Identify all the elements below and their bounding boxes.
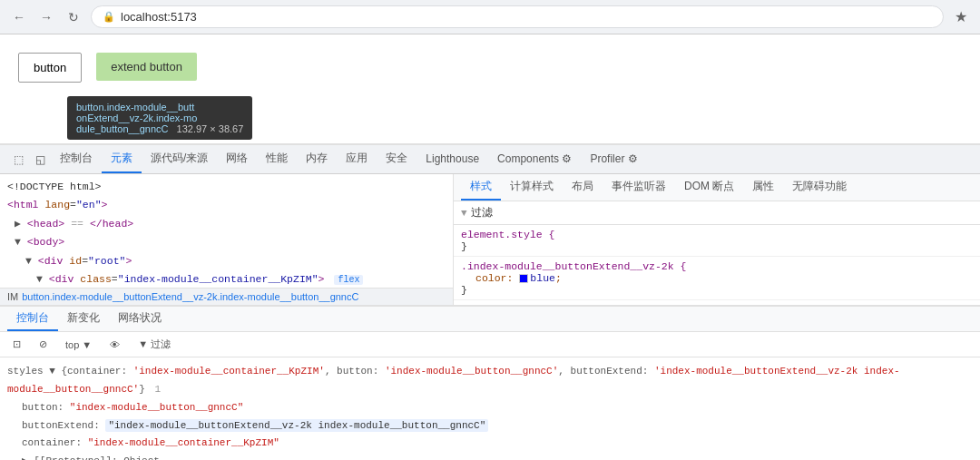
element-tooltip: button.index-module__buttonExtend__vz-2k… bbox=[67, 96, 252, 140]
browser-toolbar: ← → ↻ 🔒 localhost:5173 ★ bbox=[0, 0, 980, 34]
tab-network[interactable]: 网络 bbox=[217, 145, 257, 173]
console-area: 控制台 新变化 网络状况 ⊡ ⊘ top ▼ 👁 ▼ 过滤 styles ▼ {… bbox=[0, 305, 980, 460]
back-button[interactable]: ← bbox=[9, 7, 29, 27]
dom-panel: <!DOCTYPE html> <html lang="en"> ▶ <head… bbox=[0, 174, 454, 288]
console-toolbar: ⊡ ⊘ top ▼ 👁 ▼ 过滤 bbox=[0, 332, 980, 357]
filter-bar: ▼ 过滤 bbox=[454, 201, 980, 225]
color-swatch-blue bbox=[519, 274, 528, 283]
block-button[interactable]: ⊘ bbox=[34, 337, 53, 352]
tab-styles[interactable]: 样式 bbox=[461, 174, 501, 201]
dom-line: ▼ <div class="index-module__container__K… bbox=[0, 270, 453, 288]
bookmark-button[interactable]: ★ bbox=[951, 7, 971, 27]
style-close-extend: } bbox=[461, 284, 973, 296]
dom-line: <!DOCTYPE html> bbox=[0, 178, 453, 196]
normal-button[interactable]: button bbox=[18, 53, 82, 83]
tab-dom-breakpoints[interactable]: DOM 断点 bbox=[675, 174, 743, 201]
inspect-icon[interactable]: ⬚ bbox=[7, 149, 29, 171]
reload-button[interactable]: ↻ bbox=[64, 7, 83, 27]
lock-icon: 🔒 bbox=[103, 11, 115, 23]
tab-console[interactable]: 控制台 bbox=[51, 145, 102, 173]
style-close: } bbox=[461, 240, 973, 252]
tab-security[interactable]: 安全 bbox=[377, 145, 416, 173]
tab-console-bottom[interactable]: 控制台 bbox=[7, 307, 58, 331]
devtools-main: <!DOCTYPE html> <html lang="en"> ▶ <head… bbox=[0, 174, 980, 305]
dom-line: ▼ <body> bbox=[0, 233, 453, 251]
dom-line: <html lang="en"> bbox=[0, 196, 453, 214]
console-tabs: 控制台 新变化 网络状况 bbox=[0, 307, 980, 332]
style-prop-color: color: blue; bbox=[461, 272, 973, 284]
style-selector-extend: .index-module__buttonExtend__vz-2k { bbox=[461, 260, 973, 272]
tab-properties[interactable]: 属性 bbox=[743, 174, 783, 201]
tab-layout[interactable]: 布局 bbox=[563, 174, 603, 201]
console-log-obj: styles ▼ {container: 'index-module__cont… bbox=[7, 363, 973, 399]
console-log-container: container: "index-module__container__KpZ… bbox=[7, 435, 973, 453]
top-dropdown[interactable]: top ▼ bbox=[60, 338, 97, 352]
address-bar[interactable]: 🔒 localhost:5173 bbox=[91, 5, 944, 28]
console-content: styles ▼ {container: 'index-module__cont… bbox=[0, 357, 980, 460]
tab-computed[interactable]: 计算样式 bbox=[501, 174, 563, 201]
tab-lighthouse[interactable]: Lighthouse bbox=[416, 147, 488, 172]
tab-components[interactable]: Components ⚙ bbox=[488, 147, 581, 172]
tab-elements[interactable]: 元素 bbox=[102, 145, 142, 173]
style-block-extend: .index-module__buttonExtend__vz-2k { col… bbox=[454, 257, 980, 300]
console-log-button: button: "index-module__button__gnncC" bbox=[7, 399, 973, 417]
tab-accessibility[interactable]: 无障碍功能 bbox=[783, 174, 856, 201]
tooltip-size-text: 132.97 × 38.67 bbox=[177, 123, 244, 134]
dom-breadcrumb: IM button.index-module__buttonExtend__vz… bbox=[0, 288, 453, 305]
frame-button[interactable]: ⊡ bbox=[7, 337, 26, 352]
forward-button[interactable]: → bbox=[36, 7, 56, 27]
expand-arrow[interactable]: styles ▼ bbox=[7, 366, 55, 377]
filter-button[interactable]: ▼ 过滤 bbox=[132, 336, 176, 353]
prototype-arrow[interactable]: ▶ bbox=[22, 455, 28, 460]
console-log-prototype: ▶ [[Prototype]]: Object bbox=[7, 453, 973, 460]
dom-line: ▼ <div id="root"> bbox=[0, 252, 453, 270]
styles-panel: 样式 计算样式 布局 事件监听器 DOM 断点 属性 无障碍功能 ▼ 过滤 el… bbox=[454, 174, 980, 305]
filter-label: 过滤 bbox=[471, 205, 493, 220]
devtools-panel: ⬚ ◱ 控制台 元素 源代码/来源 网络 性能 内存 应用 安全 Lightho… bbox=[0, 143, 980, 460]
console-log-buttonextend: buttonExtend: "index-module__buttonExten… bbox=[7, 417, 973, 436]
browser-chrome: ← → ↻ 🔒 localhost:5173 ★ bbox=[0, 0, 980, 34]
eye-button[interactable]: 👁 bbox=[104, 338, 125, 352]
tab-application[interactable]: 应用 bbox=[337, 145, 377, 173]
tab-memory[interactable]: 内存 bbox=[297, 145, 337, 173]
dom-line: ▶ <head> == </head> bbox=[0, 215, 453, 233]
extend-button[interactable]: extend button bbox=[96, 53, 197, 81]
url-text: localhost:5173 bbox=[121, 10, 197, 24]
tab-sources[interactable]: 源代码/来源 bbox=[142, 145, 217, 173]
filter-icon: ▼ bbox=[461, 208, 467, 219]
devtools-tabs: ⬚ ◱ 控制台 元素 源代码/来源 网络 性能 内存 应用 安全 Lightho… bbox=[0, 145, 980, 174]
page-content: button extend button button.index-module… bbox=[0, 34, 980, 143]
tab-network-conditions[interactable]: 网络状况 bbox=[109, 307, 171, 331]
tab-new-changes[interactable]: 新变化 bbox=[58, 307, 109, 331]
tab-profiler[interactable]: Profiler ⚙ bbox=[581, 147, 646, 172]
breadcrumb-text: button.index-module__buttonExtend__vz-2k… bbox=[22, 291, 358, 302]
style-block-element: element.style { } bbox=[454, 225, 980, 257]
style-selector-element: element.style { bbox=[461, 229, 973, 240]
tab-event-listeners[interactable]: 事件监听器 bbox=[603, 174, 675, 201]
styles-tabs: 样式 计算样式 布局 事件监听器 DOM 断点 属性 无障碍功能 bbox=[454, 174, 980, 201]
tab-performance[interactable]: 性能 bbox=[257, 145, 297, 173]
device-icon[interactable]: ◱ bbox=[29, 149, 51, 171]
